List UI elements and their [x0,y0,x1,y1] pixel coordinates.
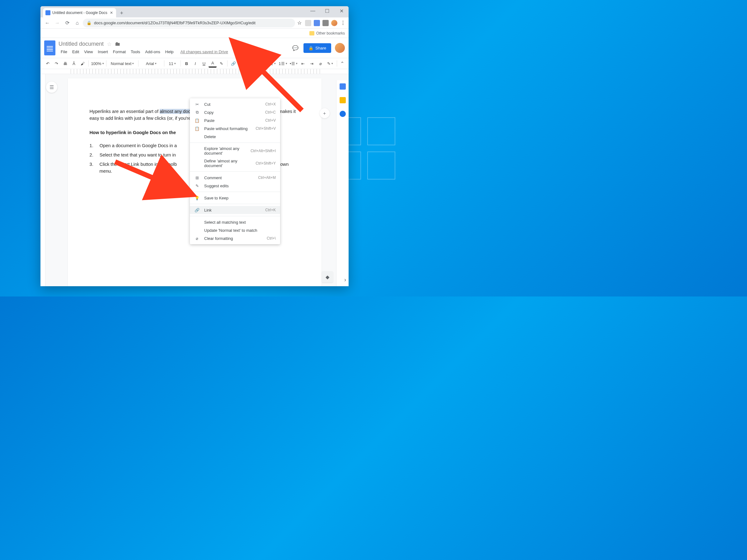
menu-help[interactable]: Help [163,48,176,55]
show-sidepanel-icon[interactable]: › [344,276,346,283]
print-button[interactable]: 🖶 [61,59,69,68]
extension-icon-1[interactable] [305,20,311,26]
ctx-link[interactable]: 🔗LinkCtrl+K [190,206,280,214]
maximize-button[interactable]: ☐ [320,6,334,16]
account-avatar[interactable] [335,43,345,53]
close-tab-icon[interactable]: ✕ [109,10,113,15]
menu-addons[interactable]: Add-ons [143,48,162,55]
ctx-delete[interactable]: Delete [190,133,280,141]
lock-icon: 🔒 [308,46,313,50]
clear-format-icon: ⌀ [194,236,200,241]
zoom-dropdown[interactable]: 100% [91,59,104,68]
lock-icon: 🔒 [86,21,92,25]
highlight-button[interactable]: ✎ [217,59,225,68]
calendar-icon[interactable] [340,83,346,89]
ctx-paste[interactable]: 📋PasteCtrl+V [190,116,280,125]
menu-view[interactable]: View [82,48,95,55]
document-title[interactable]: Untitled document [58,41,104,47]
toolbar: ↶ ↷ 🖶 Ᾱ 🖌 100% Normal text Arial 11 B I … [41,58,349,69]
bulleted-list-button[interactable]: •☰ [289,59,299,68]
home-button[interactable]: ⌂ [73,19,81,27]
horizontal-ruler[interactable] [41,69,349,74]
forward-button[interactable]: → [53,19,61,27]
paragraph-style-dropdown[interactable]: Normal text [108,59,136,68]
cut-icon: ✂ [194,102,200,107]
editing-mode-button[interactable]: ✎ [325,59,335,68]
docs-favicon [46,10,50,15]
italic-button[interactable]: I [191,59,199,68]
ctx-cut[interactable]: ✂CutCtrl+X [190,100,280,108]
insert-image-button[interactable]: 🖼 [247,59,256,68]
docs-logo[interactable] [44,41,55,55]
paste-icon: 📋 [194,118,200,123]
open-comments-button[interactable]: 💬 [291,44,300,52]
close-window-button[interactable]: ✕ [334,6,349,16]
bookmarks-bar: Other bookmarks [41,29,349,38]
font-dropdown[interactable]: Arial [140,59,162,68]
ctx-suggest-edits[interactable]: ✎Suggest edits [190,182,280,190]
minimize-button[interactable]: — [306,6,320,16]
ctx-paste-without-formatting[interactable]: 📋Paste without formattingCtrl+Shift+V [190,125,280,133]
show-outline-button[interactable]: ☰ [46,81,57,93]
chrome-menu-icon[interactable]: ⋮ [340,20,346,26]
browser-tab[interactable]: Untitled document - Google Docs ✕ [43,8,116,18]
ctx-define[interactable]: Define 'almost any document'Ctrl+Shift+Y [190,157,280,169]
vertical-ruler[interactable] [41,74,46,286]
ctx-save-to-keep[interactable]: 💡Save to Keep [190,194,280,202]
docs-header: Untitled document ☆ 🖿 File Edit View Ins… [41,38,349,58]
menu-tools[interactable]: Tools [129,48,142,55]
copy-icon: ⧉ [194,110,200,115]
insert-comment-button[interactable]: ⊞ [238,59,246,68]
ctx-explore[interactable]: Explore 'almost any document'Ctrl+Alt+Sh… [190,145,280,157]
numbered-list-button[interactable]: 1☰ [278,59,288,68]
add-comment-fab[interactable]: ＋ [320,108,330,118]
bold-button[interactable]: B [182,59,190,68]
text-color-button[interactable]: A [209,59,216,68]
save-status[interactable]: All changes saved in Drive [178,48,230,55]
ctx-update-style[interactable]: Update 'Normal text' to match [190,226,280,234]
menu-format[interactable]: Format [111,48,128,55]
omnibox[interactable]: 🔒 docs.google.com/document/d/1ZOoJ73T8jN… [83,19,295,27]
menu-insert[interactable]: Insert [96,48,110,55]
ctx-clear-formatting[interactable]: ⌀Clear formattingCtrl+\ [190,234,280,242]
side-panel [336,80,349,286]
decrease-indent-button[interactable]: ⇤ [299,59,307,68]
spellcheck-button[interactable]: Ᾱ [70,59,78,68]
undo-button[interactable]: ↶ [44,59,52,68]
star-bookmark-icon[interactable]: ☆ [296,20,303,26]
back-button[interactable]: ← [43,19,52,27]
paste-plain-icon: 📋 [194,126,200,131]
insert-link-button[interactable]: 🔗 [229,59,237,68]
new-tab-button[interactable]: + [117,9,126,18]
underline-button[interactable]: U [200,59,208,68]
increase-indent-button[interactable]: ⇥ [308,59,316,68]
url-text: docs.google.com/document/d/1ZOoJ73T8jN4f… [94,21,256,25]
ctx-comment[interactable]: ⊞CommentCtrl+Alt+M [190,174,280,182]
tasks-icon[interactable] [340,111,346,117]
link-icon: 🔗 [194,208,200,212]
paint-format-button[interactable]: 🖌 [78,59,86,68]
tab-strip: Untitled document - Google Docs ✕ + — ☐ … [41,6,349,18]
extension-icon-2[interactable] [314,20,320,26]
profile-avatar[interactable] [331,20,337,26]
line-spacing-button[interactable]: ☰ [268,59,277,68]
keep-icon[interactable] [340,97,346,103]
explore-button[interactable]: ◆ [322,271,333,283]
share-button[interactable]: 🔒 Share [304,43,331,53]
clear-formatting-button[interactable]: ⌀ [316,59,325,68]
move-folder-icon[interactable]: 🖿 [115,41,121,47]
redo-button[interactable]: ↷ [52,59,60,68]
font-size-dropdown[interactable]: 11 [166,59,179,68]
collapse-toolbar-icon[interactable]: ⌃ [339,59,345,68]
ctx-select-matching[interactable]: Select all matching text [190,218,280,226]
extension-icon-3[interactable] [323,20,329,26]
menu-file[interactable]: File [58,48,70,55]
star-icon[interactable]: ☆ [107,41,112,48]
ctx-copy[interactable]: ⧉CopyCtrl+C [190,108,280,116]
bookmark-folder[interactable]: Other bookmarks [316,31,345,35]
align-button[interactable]: ≡ [260,59,268,68]
menu-edit[interactable]: Edit [70,48,81,55]
reload-button[interactable]: ⟳ [63,19,72,27]
context-menu: ✂CutCtrl+X ⧉CopyCtrl+C 📋PasteCtrl+V 📋Pas… [190,98,280,244]
text: Hyperlinks are an essential part of [89,109,160,114]
